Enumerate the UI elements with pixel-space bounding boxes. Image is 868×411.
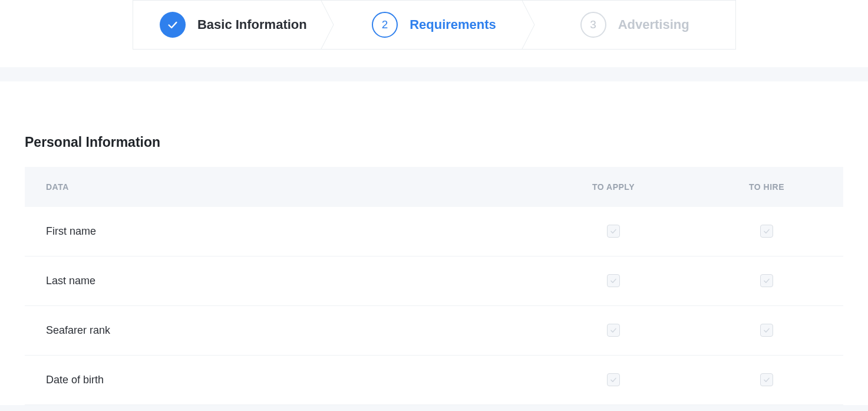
cell-to-apply: [537, 207, 690, 257]
cell-to-apply: [537, 306, 690, 356]
row-label: First name: [25, 207, 537, 257]
checkbox-locked: [607, 225, 620, 238]
checkbox-locked: [607, 274, 620, 287]
stepper-card: Basic Information 2 Requirements 3 A: [0, 0, 868, 67]
step-circle-current: 2: [372, 12, 398, 38]
cell-to-hire: [690, 257, 843, 306]
cell-to-apply: [537, 356, 690, 405]
step-circle-pending: 3: [580, 12, 606, 38]
checkbox-locked: [760, 324, 773, 337]
col-header-data: DATA: [25, 167, 537, 207]
table-row: Seafarer rank: [25, 306, 843, 356]
step-label: Advertising: [618, 17, 689, 32]
step-number: 3: [590, 18, 596, 31]
table-row: Date of birth: [25, 356, 843, 405]
cell-to-hire: [690, 207, 843, 257]
checkbox-locked: [607, 373, 620, 386]
section-title: Personal Information: [25, 134, 843, 150]
stepper: Basic Information 2 Requirements 3 A: [133, 0, 736, 50]
col-header-to-hire: TO HIRE: [690, 167, 843, 207]
checkbox-locked: [760, 373, 773, 386]
requirements-card: Personal Information DATA TO APPLY TO HI…: [0, 81, 868, 405]
check-icon: [166, 18, 179, 31]
checkbox-locked: [760, 225, 773, 238]
step-circle-done: [160, 12, 186, 38]
table-row: Last name: [25, 257, 843, 306]
step-number: 2: [382, 18, 388, 31]
cell-to-hire: [690, 356, 843, 405]
checkbox-locked: [607, 324, 620, 337]
step-advertising[interactable]: 3 Advertising: [534, 1, 735, 49]
step-label: Requirements: [410, 17, 496, 32]
col-header-to-apply: TO APPLY: [537, 167, 690, 207]
table-header-row: DATA TO APPLY TO HIRE: [25, 167, 843, 207]
row-label: Seafarer rank: [25, 306, 537, 356]
table-row: First name: [25, 207, 843, 257]
step-basic-information[interactable]: Basic Information: [133, 1, 334, 49]
card-gap: [0, 67, 868, 81]
row-label: Last name: [25, 257, 537, 306]
checkbox-locked: [760, 274, 773, 287]
step-requirements[interactable]: 2 Requirements: [334, 1, 534, 49]
cell-to-apply: [537, 257, 690, 306]
cell-to-hire: [690, 306, 843, 356]
step-label: Basic Information: [197, 17, 307, 32]
row-label: Date of birth: [25, 356, 537, 405]
requirements-table: DATA TO APPLY TO HIRE First nameLast nam…: [25, 167, 843, 405]
